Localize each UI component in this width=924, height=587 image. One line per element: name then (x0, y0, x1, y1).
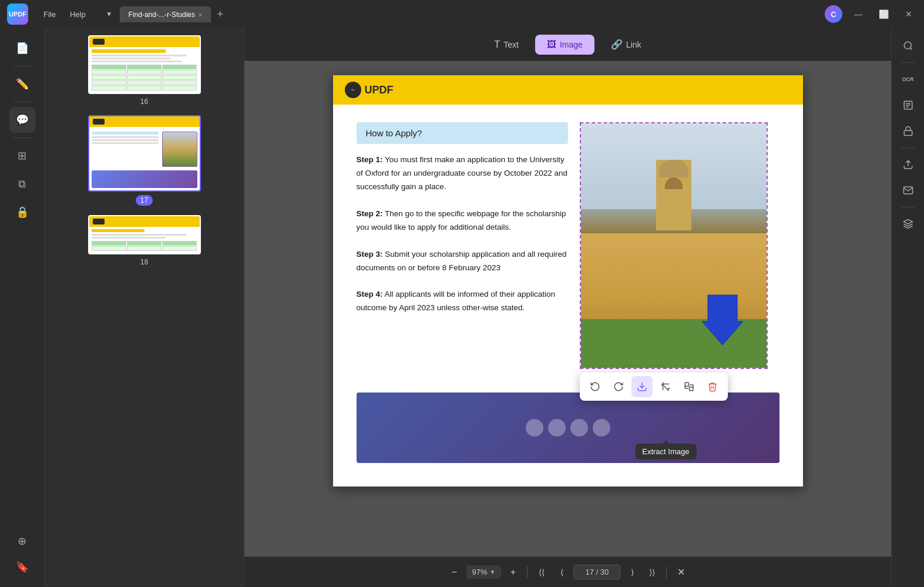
step4-label: Step 4: (357, 290, 383, 298)
tower (656, 160, 691, 230)
image-tool-btn[interactable]: 🖼 Image (535, 35, 594, 55)
file-menu[interactable]: File (38, 8, 62, 21)
page-header-bar: ~ UPDF (333, 75, 803, 105)
thumbnail-panel[interactable]: 16 (45, 28, 244, 587)
tab-add-btn[interactable]: + (213, 8, 227, 21)
zoom-in-btn[interactable]: + (505, 564, 521, 581)
right-email-icon[interactable] (898, 180, 919, 201)
logo-icon: UPDF (7, 4, 28, 25)
thumb-content-16 (89, 47, 200, 93)
image-tool-icon: 🖼 (547, 39, 556, 50)
svg-point-6 (904, 42, 911, 49)
nav-first-btn[interactable]: ⟨⟨ (533, 564, 550, 581)
sidebar-bottom: ⊕ 🔖 (9, 528, 35, 580)
thumb-line (92, 58, 171, 59)
img-extract-btn[interactable] (631, 376, 653, 397)
right-sidebar: OCR (891, 28, 924, 587)
thumbnail-page-17[interactable]: 17 (52, 115, 237, 206)
toolbar-close-btn[interactable]: ✕ (673, 564, 689, 581)
img-rotate-right-btn[interactable] (608, 376, 629, 397)
svg-line-1 (663, 385, 668, 390)
thumb-title-16 (92, 49, 166, 53)
text-tool-btn[interactable]: T Text (482, 35, 530, 55)
link-tool-btn[interactable]: 🔗 Link (599, 34, 653, 55)
updf-icon: ~ (345, 82, 361, 98)
link-tool-label: Link (626, 40, 641, 49)
img-delete-btn[interactable] (702, 376, 723, 397)
tower-top (659, 160, 688, 177)
step2-label: Step 2: (357, 209, 383, 218)
right-ocr-icon[interactable]: OCR (898, 69, 919, 90)
nav-next-btn[interactable]: ⟩ (624, 564, 640, 581)
zoom-out-btn[interactable]: − (446, 564, 463, 581)
thumb-table-18 (92, 241, 197, 251)
selected-image-box[interactable] (580, 122, 768, 369)
img-crop-btn[interactable] (655, 376, 676, 397)
titlebar: UPDF File Help ▼ Find-and-...-r-Studies … (0, 0, 924, 28)
sidebar-bookmark-icon[interactable]: 🔖 (9, 554, 35, 580)
thumbnail-page-16[interactable]: 16 (52, 35, 237, 106)
img-rotate-left-btn[interactable] (584, 376, 606, 397)
right-image-area[interactable]: Extract Image (580, 122, 779, 369)
thumbnail-page-18[interactable]: 18 (52, 215, 237, 266)
thumb-logo-18 (93, 219, 105, 224)
maximize-btn[interactable]: ⬜ (874, 7, 893, 21)
person-3 (570, 419, 588, 437)
active-tab[interactable]: Find-and-...-r-Studies × (120, 6, 211, 22)
zoom-percent: 97% (472, 568, 488, 576)
sidebar-document-icon[interactable]: 📄 (9, 35, 35, 61)
sidebar-copy-icon[interactable]: ⧉ (9, 171, 35, 197)
zoom-level-display[interactable]: 97% ▼ (466, 565, 502, 579)
page-input[interactable] (573, 565, 620, 579)
right-share-icon[interactable] (898, 154, 919, 175)
sidebar-comment-icon[interactable]: 💬 (9, 107, 35, 133)
avatar[interactable]: C (825, 5, 842, 23)
minimize-btn[interactable]: — (849, 7, 867, 21)
app-logo: UPDF (7, 4, 28, 25)
left-text-content: How to Apply? Step 1: You must first mak… (357, 122, 568, 369)
sidebar-security-icon[interactable]: 🔒 (9, 199, 35, 225)
bottom-toolbar: − 97% ▼ + ⟨⟨ ⟨ ⟩ ⟩⟩ ✕ (244, 556, 891, 587)
updf-logo-main: ~ UPDF (345, 82, 394, 98)
sidebar-organize-icon[interactable]: ⊞ (9, 143, 35, 169)
pdf-page: ~ UPDF How to Apply? Step 1: (333, 75, 803, 487)
how-to-box: How to Apply? (357, 122, 568, 144)
thumb-logo-17 (93, 119, 105, 125)
tab-close-btn[interactable]: × (199, 11, 202, 18)
nav-last-btn[interactable]: ⟩⟩ (644, 564, 660, 581)
people-group (526, 419, 610, 437)
right-protect-icon[interactable] (898, 120, 919, 142)
updf-logo-text: UPDF (365, 84, 394, 96)
logo-text: UPDF (9, 11, 26, 18)
pdf-viewer[interactable]: ~ UPDF How to Apply? Step 1: (244, 61, 891, 556)
right-scan-icon[interactable] (898, 95, 919, 116)
sidebar-edit-icon[interactable]: ✏️ (9, 71, 35, 97)
step3-text: Submit your scholarship application and … (357, 250, 567, 272)
how-to-title: How to Apply? (366, 128, 422, 138)
tower-dome (665, 177, 683, 189)
thumb-card-16[interactable] (88, 35, 201, 94)
help-menu[interactable]: Help (64, 8, 92, 21)
nav-prev-btn[interactable]: ⟨ (553, 564, 570, 581)
tab-bar: ▼ Find-and-...-r-Studies × + (101, 6, 820, 22)
extract-image-tooltip: Extract Image (635, 444, 696, 459)
thumb-text-18 (92, 234, 197, 239)
svg-line-7 (910, 48, 912, 49)
menu-bar: File Help (38, 8, 92, 21)
link-tool-icon: 🔗 (611, 39, 623, 50)
second-image-overlay (357, 393, 779, 463)
sidebar-divider-1 (13, 66, 32, 66)
thumb-card-17[interactable] (88, 115, 201, 192)
sidebar-layers-icon[interactable]: ⊕ (9, 528, 35, 554)
right-search-icon[interactable] (898, 35, 919, 56)
right-divider-3 (901, 207, 915, 207)
close-btn[interactable]: ✕ (901, 7, 917, 21)
right-backup-icon[interactable] (898, 213, 919, 234)
page-body: How to Apply? Step 1: You must first mak… (333, 105, 803, 387)
page-num-17: 17 (136, 195, 153, 206)
img-replace-btn[interactable] (678, 376, 700, 397)
thumb-header-16 (89, 36, 200, 47)
tab-dropdown-btn[interactable]: ▼ (101, 10, 117, 18)
step2-text: Then go to the specific webpage for the … (357, 209, 566, 232)
thumb-card-18[interactable] (88, 215, 201, 254)
